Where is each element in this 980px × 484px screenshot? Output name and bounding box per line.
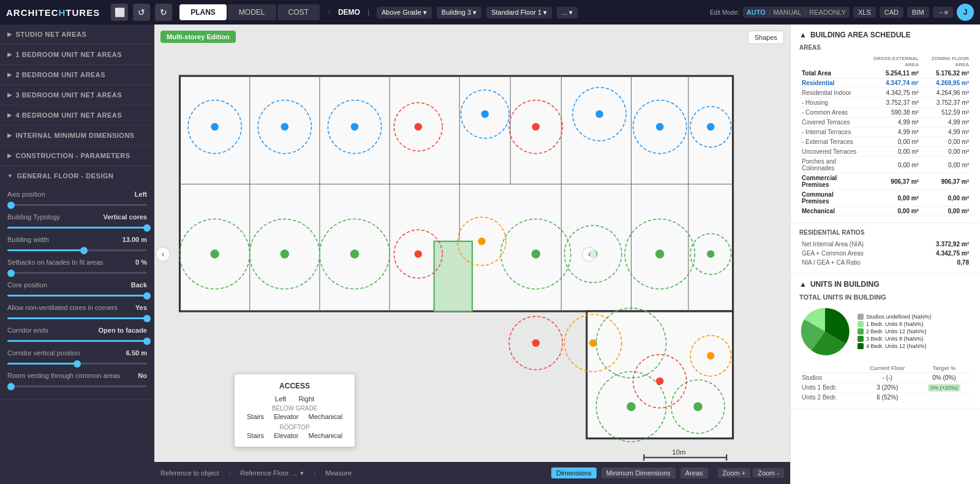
area-label: Total Area [799,69,864,78]
construction-header[interactable]: ▶ CONSTRUCTION - PARAMETERS [0,146,154,165]
ratio-value: 4.342,75 m² [909,249,971,258]
rt-stairs[interactable]: Stairs [247,432,264,439]
undo-icon[interactable]: ↺ [133,4,150,21]
svg-point-31 [350,249,360,259]
4bed-header[interactable]: ▶ 4 BEDROOM UNIT NET AREAS [0,105,154,125]
edit-readonly[interactable]: READONLY [809,9,846,16]
2bed-chevron: ▶ [7,72,12,78]
edit-auto[interactable]: AUTO [747,9,766,16]
general-content: Axis position Left Building Typology Ver… [0,186,154,399]
3bed-label: 3 BEDROOM UNIT NET AREAS [16,91,123,99]
nav-divider: ↑ [327,8,331,17]
min-dimensions-btn[interactable]: Minimum Dimensions [601,467,676,478]
center-canvas: Multi-storey Edition Shapes [154,25,790,484]
legend-item: 2 Bedr. Units 12 (NaN%) [858,328,932,335]
rooftop-items: Stairs Elevator Mechanical [247,432,342,439]
3bed-header[interactable]: ▶ 3 BEDROOM UNIT NET AREAS [0,85,154,105]
tab-plans[interactable]: PLANS [179,4,227,20]
dimensions-btn[interactable]: Dimensions [551,467,596,478]
room-venting-slider[interactable] [7,385,147,387]
sep1: | [228,469,230,477]
area-table-row: Residential Indoor 4.342,75 m² 4.264,96 … [799,88,971,98]
axis-position-value: Left [135,191,147,198]
nav-arrow-left[interactable]: ‹ [156,247,170,262]
list-export[interactable]: →≡ [933,7,953,18]
1bed-header[interactable]: ▶ 1 BEDROOM UNIT NET AREAS [0,45,154,64]
nav-tabs: PLANS MODEL COST [179,4,320,20]
svg-point-17 [351,123,358,130]
left-panel: ▶ STUDIO NET AREAS ▶ 1 BEDROOM UNIT NET … [0,25,154,484]
building-dropdown[interactable]: Building 3 ▾ [437,7,481,18]
units-chevron: ▲ [799,280,807,289]
bim-export[interactable]: BIM [907,7,929,18]
access-right[interactable]: Right [298,395,314,403]
building-width-slider[interactable] [7,249,147,251]
building-typology-slider[interactable] [7,227,147,229]
shapes-button[interactable]: Shapes [748,31,784,44]
setbacks-slider[interactable] [7,272,147,274]
corridor-vertical-label: Corridor vertical position [7,349,80,357]
units-row-label: Units 1 Bedr. [799,383,858,393]
area-table-row: Covered Terraces 4,99 m² 4,99 m² [799,118,971,127]
rt-mechanical[interactable]: Mechanical [308,432,342,439]
access-popup: ACCESS Left Right BELOW GRADE Stairs Ele… [234,374,355,447]
4bed-section: ▶ 4 BEDROOM UNIT NET AREAS [0,105,154,126]
units-row: Units 1 Bedr. 3 (20%) 0% (+20%) [799,383,971,393]
non-ventilated-slider[interactable] [7,317,147,319]
xls-export[interactable]: XLS [853,7,876,18]
building-typology-value: Vertical cores [103,213,147,221]
corridor-ends-slider[interactable] [7,340,147,342]
areas-btn[interactable]: Areas [680,467,708,478]
nav-arrow-right[interactable]: › [582,247,597,262]
access-left[interactable]: Left [275,395,286,403]
corridor-vertical-slider[interactable] [7,363,147,365]
legend-label: 4 Bedr. Units 12 (NaN%) [866,343,927,349]
bg-elevator[interactable]: Elevator [274,413,298,420]
user-avatar[interactable]: J [957,4,974,21]
corridor-ends-row: Corridor ends Open to facade [7,327,147,334]
tab-cost[interactable]: COST [277,4,320,20]
building-area-header[interactable]: ▲ BUILDING AREA SCHEDULE [799,31,971,39]
redo-icon[interactable]: ↻ [155,4,172,21]
bg-stairs[interactable]: Stairs [247,413,264,420]
area-table-row: - External Terraces 0,00 m² 0,00 m² [799,137,971,147]
svg-point-51 [478,238,485,245]
studio-header[interactable]: ▶ STUDIO NET AREAS [0,25,154,44]
zoom-in-btn[interactable]: Zoom + [718,468,751,478]
building-area-chevron: ▲ [799,31,807,39]
area-zoning: 0,00 m² [921,147,971,157]
axis-position-row: Axis position Left [7,191,147,198]
edit-manual[interactable]: MANUAL [774,9,802,16]
1bed-label: 1 BEDROOM UNIT NET AREAS [16,51,123,58]
core-position-label: Core position [7,281,47,289]
reference-btn[interactable]: Reference to object [160,469,219,477]
floor-dropdown[interactable]: Standard Floor 1 ▾ [486,7,552,18]
ratio-value: 3.372,92 m² [909,240,971,249]
internal-header[interactable]: ▶ INTERNAL MINIMUM DIMENSIONS [0,126,154,145]
above-grade-dropdown[interactable]: Above Grade ▾ [377,7,432,18]
axis-position-slider[interactable] [7,204,147,206]
units-row-target [917,393,971,403]
general-header[interactable]: ▼ GENERAL FLOOR - DESIGN [0,166,154,186]
extra-dropdown[interactable]: ... ▾ [557,7,578,18]
area-gross: 3.752,37 m² [864,98,921,108]
ref-floor-btn[interactable]: Reference Floor: ... ▾ [240,469,304,477]
main-layout: ▶ STUDIO NET AREAS ▶ 1 BEDROOM UNIT NET … [0,25,980,484]
legend-item: 4 Bedr. Units 12 (NaN%) [858,343,932,349]
tab-model[interactable]: MODEL [228,4,276,20]
rt-elevator[interactable]: Elevator [274,432,298,439]
non-ventilated-value: Yes [135,304,147,311]
svg-point-53 [589,339,597,347]
cad-export[interactable]: CAD [880,7,903,18]
2bed-header[interactable]: ▶ 2 BEDROOM UNIT AREAS [0,65,154,85]
area-label: - Common Areas [799,108,864,118]
1bed-section: ▶ 1 BEDROOM UNIT NET AREAS [0,45,154,65]
save-icon[interactable]: ⬜ [111,4,128,21]
area-label: Uncovered Terraces [799,147,864,157]
units-col-label [799,364,858,373]
units-header[interactable]: ▲ UNITS IN BUILDING [799,280,971,289]
core-position-slider[interactable] [7,295,147,297]
area-label: Porches and Colonnades [799,157,864,173]
zoom-out-btn[interactable]: Zoom - [753,468,784,478]
bg-mechanical[interactable]: Mechanical [308,413,342,420]
